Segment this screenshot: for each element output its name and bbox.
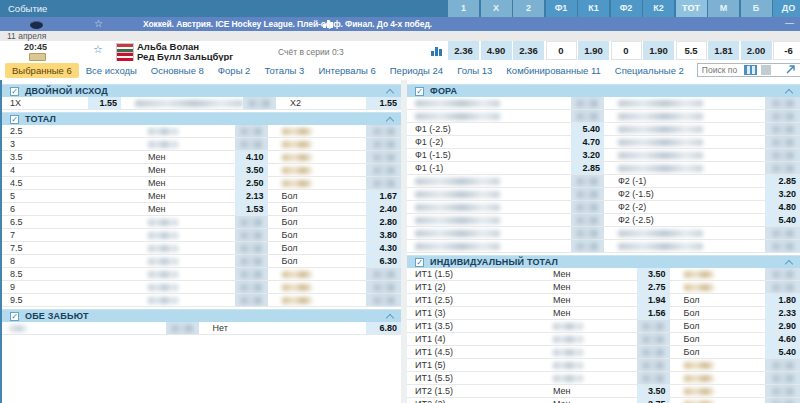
odds-value[interactable] <box>571 175 604 187</box>
odds-value[interactable] <box>571 227 604 239</box>
bet-option-handicap-1[interactable] <box>407 188 604 200</box>
bet-option-handicap-1[interactable] <box>407 201 604 213</box>
odds-value[interactable]: 3.80 <box>366 229 401 241</box>
bet-option-under[interactable] <box>140 229 268 241</box>
bet-option-under[interactable]: Мен4.10 <box>140 151 268 163</box>
main-odds-cell[interactable]: 1.90 <box>643 41 674 60</box>
bet-option-under[interactable] <box>545 333 670 345</box>
bet-option[interactable] <box>2 322 199 334</box>
market-tab[interactable]: Голы 13 <box>450 63 499 78</box>
odds-value[interactable] <box>571 110 604 122</box>
odds-value[interactable] <box>765 123 800 135</box>
odds-value[interactable] <box>637 333 670 345</box>
bet-option-over[interactable] <box>274 177 402 189</box>
bet-option-over[interactable]: Бол2.90 <box>676 320 800 332</box>
odds-value[interactable]: 2.40 <box>366 203 401 215</box>
collapse-chevron-icon[interactable] <box>785 89 793 97</box>
main-odds-cell[interactable]: 0 <box>546 41 577 60</box>
bet-option-under[interactable] <box>545 320 670 332</box>
odds-value[interactable] <box>366 125 401 137</box>
odds-value[interactable] <box>637 372 670 384</box>
odds-value[interactable] <box>235 294 268 306</box>
bet-option-handicap-2[interactable] <box>610 136 800 148</box>
odds-value[interactable]: 3.50 <box>637 268 670 280</box>
odds-value[interactable] <box>243 97 276 109</box>
odds-value[interactable] <box>571 201 604 213</box>
bet-option-over[interactable] <box>676 372 800 384</box>
odds-value[interactable] <box>765 372 800 384</box>
odds-value[interactable] <box>765 359 800 371</box>
odds-value[interactable]: 4.60 <box>765 333 800 345</box>
odds-value[interactable]: 2.75 <box>637 398 670 403</box>
odds-value[interactable] <box>366 281 401 293</box>
collapse-chevron-icon[interactable] <box>386 89 394 97</box>
team-names[interactable]: Альба Волан Ред Булл Зальцбург <box>137 42 233 61</box>
bet-option-over[interactable] <box>274 294 402 306</box>
odds-value[interactable] <box>765 149 800 161</box>
one-column-icon[interactable] <box>761 65 771 75</box>
bet-option-under[interactable]: Мен3.50 <box>545 268 670 280</box>
bet-option-over[interactable] <box>676 281 800 293</box>
bet-option-under[interactable]: Мен3.50 <box>140 164 268 176</box>
bet-option-handicap-2[interactable] <box>610 123 800 135</box>
market-tab[interactable]: Периоды 24 <box>383 63 450 78</box>
odds-value[interactable] <box>166 322 199 334</box>
odds-value[interactable]: 2.33 <box>765 307 800 319</box>
odds-value[interactable] <box>366 268 401 280</box>
odds-value[interactable]: 3.50 <box>235 164 268 176</box>
bet-option-under[interactable]: Мен1.56 <box>545 307 670 319</box>
section-header-both-score[interactable]: ✓ ОБЕ ЗАБЬЮТ <box>2 309 401 322</box>
odds-value[interactable]: 3.50 <box>637 385 670 397</box>
bet-option-over[interactable] <box>274 138 402 150</box>
odds-value[interactable]: 4.10 <box>235 151 268 163</box>
odds-value[interactable] <box>366 294 401 306</box>
bet-option-handicap-1[interactable]: Ф1 (-2.5)5.40 <box>407 123 604 135</box>
odds-value[interactable]: 1.67 <box>366 190 401 202</box>
odds-value[interactable] <box>235 255 268 267</box>
odds-value[interactable] <box>366 177 401 189</box>
collapse-chevron-icon[interactable] <box>386 314 394 322</box>
odds-value[interactable] <box>235 138 268 150</box>
bet-option-over[interactable] <box>676 359 800 371</box>
away-team-name[interactable]: Ред Булл Зальцбург <box>137 52 233 62</box>
odds-value[interactable] <box>571 214 604 226</box>
main-odds-cell[interactable]: 5.5 <box>676 41 707 60</box>
odds-value[interactable]: 6.80 <box>366 322 401 334</box>
odds-value[interactable]: 2.13 <box>235 190 268 202</box>
bet-option-handicap-1[interactable] <box>407 214 604 226</box>
bet-option-handicap-2[interactable]: Ф2 (-2)4.80 <box>610 201 800 213</box>
bet-option-over[interactable] <box>676 385 800 397</box>
odds-value[interactable] <box>235 125 268 137</box>
bet-option-under[interactable] <box>140 138 268 150</box>
odds-value[interactable] <box>765 385 800 397</box>
main-odds-cell[interactable]: -6 <box>773 41 800 60</box>
league-band[interactable]: ☆ Хоккей. Австрия. ICE Hockey League. Пл… <box>0 17 800 31</box>
odds-value[interactable]: 2.90 <box>765 320 800 332</box>
odds-value[interactable]: 5.40 <box>765 346 800 358</box>
odds-value[interactable] <box>235 216 268 228</box>
main-odds-cell[interactable]: 2.36 <box>448 41 479 60</box>
bet-option-over[interactable]: Бол4.30 <box>274 242 402 254</box>
odds-value[interactable]: 2.85 <box>571 162 604 174</box>
bet-option-over[interactable] <box>676 268 800 280</box>
bet-option-over[interactable]: Бол1.80 <box>676 294 800 306</box>
bet-option-under[interactable] <box>140 216 268 228</box>
event-favorite-star-icon[interactable]: ☆ <box>93 43 103 55</box>
bet-option-under[interactable]: Мен2.75 <box>545 398 670 403</box>
odds-chart-icon[interactable] <box>431 46 442 56</box>
market-tab[interactable]: Комбинированные 11 <box>499 63 607 78</box>
odds-value[interactable] <box>765 110 800 122</box>
bet-option-over[interactable]: Бол2.40 <box>274 203 402 215</box>
bet-option-under[interactable] <box>140 242 268 254</box>
odds-value[interactable] <box>637 320 670 332</box>
section-header-individual-total[interactable]: ✓ ИНДИВИДУАЛЬНЫЙ ТОТАЛ <box>407 255 800 268</box>
bet-option-handicap-2[interactable]: Ф2 (-1.5)3.20 <box>610 188 800 200</box>
main-odds-cell[interactable]: 1.81 <box>708 41 739 60</box>
odds-value[interactable]: 4.80 <box>765 201 800 213</box>
bet-option-under[interactable] <box>140 268 268 280</box>
bet-option-over[interactable]: Бол4.60 <box>676 333 800 345</box>
odds-value[interactable] <box>765 268 800 280</box>
odds-value[interactable]: 1.56 <box>637 307 670 319</box>
collapse-chevron-icon[interactable] <box>785 260 793 268</box>
bet-option-over[interactable] <box>274 125 402 137</box>
